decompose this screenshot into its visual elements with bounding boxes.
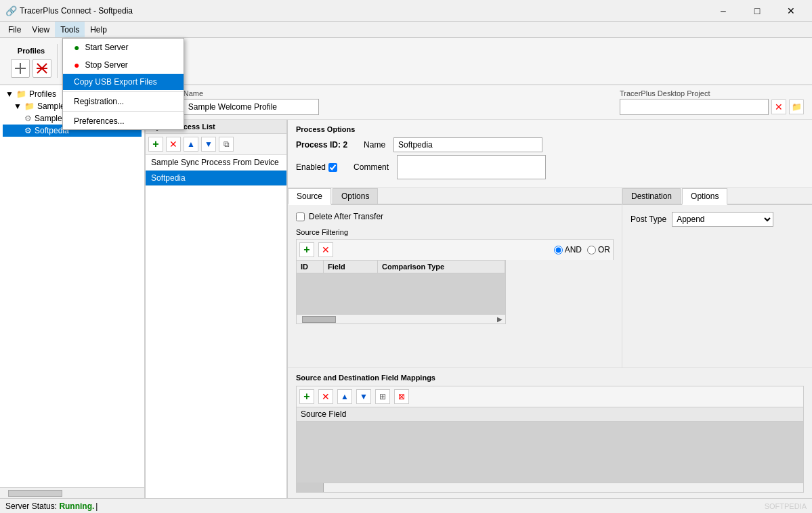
enabled-checkbox[interactable] (328, 163, 337, 172)
mapping-delete-icon: ✕ (322, 391, 330, 402)
menu-stop-server[interactable]: ● Stop Server (63, 56, 184, 74)
title-bar: 🔗 TracerPlus Connect - Softpedia – □ ✕ (0, 0, 812, 22)
sync-list-item-0[interactable]: Sample Sync Process From Device (146, 155, 286, 171)
add-icon (14, 62, 27, 75)
field-mappings-table: Source Field (296, 407, 804, 483)
filter-table: ID Field Comparison Type (296, 260, 506, 315)
filter-add-button[interactable]: + (299, 242, 314, 257)
filter-delete-button[interactable]: ✕ (318, 242, 333, 257)
field-mappings-section: Source and Destination Field Mappings + … (288, 367, 812, 498)
and-label: AND (565, 245, 582, 254)
mapping-clear-button[interactable]: ⊠ (394, 389, 409, 404)
tree-profiles-label: Profiles (29, 89, 56, 99)
sync-add-button[interactable]: + (148, 137, 163, 152)
app-icon: 🔗 (5, 5, 17, 16)
profile-name-label: Name (184, 89, 319, 97)
panels-row: Sync Process List + ✕ ▲ ▼ ⧉ (146, 120, 812, 498)
delete-label: Delete After Transfer (309, 212, 383, 221)
destination-tabs: Destination Options (622, 188, 812, 205)
process-content-area: Source Options Delete After Transfer (288, 188, 812, 367)
source-filtering-label: Source Filtering (296, 228, 614, 236)
mapping-clear-icon: ⊠ (398, 392, 405, 401)
minimize-button[interactable]: – (708, 1, 739, 20)
tracerplus-label: TracerPlus Desktop Project (620, 89, 804, 97)
sync-delete-button[interactable]: ✕ (166, 137, 181, 152)
mapping-down-icon: ▼ (360, 392, 368, 401)
sync-list-item-1[interactable]: Softpedia (146, 171, 286, 186)
maximize-button[interactable]: □ (742, 1, 773, 20)
field-mappings-body (297, 422, 803, 483)
tracerplus-clear-button[interactable]: ✕ (771, 99, 786, 114)
tracerplus-input[interactable] (620, 99, 769, 115)
enabled-label: Enabled (296, 162, 326, 172)
process-left: Source Options Delete After Transfer (288, 188, 622, 367)
delete-checkbox[interactable] (296, 213, 305, 221)
sync-copy-button[interactable]: ⧉ (219, 137, 234, 152)
filter-scrollbar[interactable]: ▶ (296, 315, 506, 324)
mapping-delete-button[interactable]: ✕ (318, 389, 333, 404)
softpedia-watermark: SOFTPEDIA (765, 502, 807, 510)
mapping-grid-button[interactable]: ⊞ (375, 389, 390, 404)
sync-down-button[interactable]: ▼ (201, 137, 216, 152)
mapping-up-button[interactable]: ▲ (337, 389, 352, 404)
menu-help[interactable]: Help (85, 22, 112, 37)
menu-tools[interactable]: Tools (55, 22, 85, 37)
delete-profile-button[interactable] (33, 59, 51, 78)
status-cursor: | (95, 501, 98, 511)
menu-preferences[interactable]: Preferences... (63, 113, 184, 129)
comment-textarea[interactable] (397, 155, 546, 179)
process-right: Destination Options Post Type Append (622, 188, 812, 367)
process-id-value: 2 (343, 140, 347, 150)
menu-bar: File View Tools Help ● Start Server ● St… (0, 22, 812, 38)
menu-registration[interactable]: Registration... (63, 93, 184, 110)
mapping-add-button[interactable]: + (299, 389, 314, 404)
tab-source-label: Source (297, 192, 322, 201)
process-name-input[interactable] (393, 137, 542, 152)
and-radio[interactable] (554, 246, 563, 254)
process-options-section: Process Options Process ID: 2 Name Enabl… (288, 120, 812, 188)
filter-toolbar: + ✕ AND (296, 239, 614, 260)
tab-options-dest-label: Options (691, 192, 719, 201)
tracerplus-group: TracerPlus Desktop Project ✕ 📁 (620, 89, 804, 115)
copy-usb-label: Copy USB Export Files (74, 77, 157, 87)
or-radio[interactable] (587, 246, 596, 254)
tab-source[interactable]: Source (288, 188, 331, 205)
filter-add-icon: + (303, 244, 309, 256)
mapping-scrollbar[interactable] (296, 483, 804, 493)
menu-file[interactable]: File (3, 22, 26, 37)
post-type-select[interactable]: Append Replace Update (672, 212, 773, 227)
process-options-header: Process Options (296, 125, 804, 133)
sync-up-button[interactable]: ▲ (184, 137, 198, 152)
menu-copy-usb[interactable]: Copy USB Export Files (63, 74, 184, 90)
tab-destination[interactable]: Destination (622, 188, 681, 204)
filter-col-id: ID (297, 261, 324, 273)
tab-options-source[interactable]: Options (333, 188, 378, 204)
sync-down-icon: ▼ (205, 139, 213, 149)
svg-rect-1 (20, 63, 21, 74)
profile-name-input[interactable] (184, 99, 319, 115)
mapping-down-button[interactable]: ▼ (356, 389, 371, 404)
filter-col-field: Field (324, 261, 378, 273)
field-mappings-toolbar: + ✕ ▲ ▼ ⊞ (296, 386, 804, 407)
tracerplus-browse-button[interactable]: 📁 (789, 99, 804, 114)
or-label: OR (598, 245, 610, 254)
menu-start-server[interactable]: ● Start Server (63, 39, 184, 56)
left-panel-scrollbar[interactable] (0, 487, 144, 498)
sync-item-1-label: Softpedia (151, 173, 186, 183)
separator-2 (63, 111, 184, 112)
sync-up-icon: ▲ (187, 139, 195, 149)
tab-options-dest[interactable]: Options (682, 188, 727, 205)
delete-icon (35, 62, 49, 75)
status-bar: Server Status: Running. | SOFTPEDIA (0, 498, 812, 513)
mapping-grid-icon: ⊞ (379, 392, 386, 401)
close-button[interactable]: ✕ (775, 1, 807, 20)
menu-view[interactable]: View (26, 22, 55, 37)
delete-after-transfer-row: Delete After Transfer (296, 212, 614, 221)
status-prefix: Server Status: (5, 501, 57, 511)
toolbar-profiles-section: Profiles (5, 44, 58, 78)
or-radio-label: OR (587, 245, 610, 254)
expand-icon-2: ▼ (14, 102, 22, 111)
sync-list-toolbar: + ✕ ▲ ▼ ⧉ (146, 134, 286, 155)
post-type-label: Post Type (631, 215, 666, 224)
add-profile-button[interactable] (11, 59, 30, 78)
